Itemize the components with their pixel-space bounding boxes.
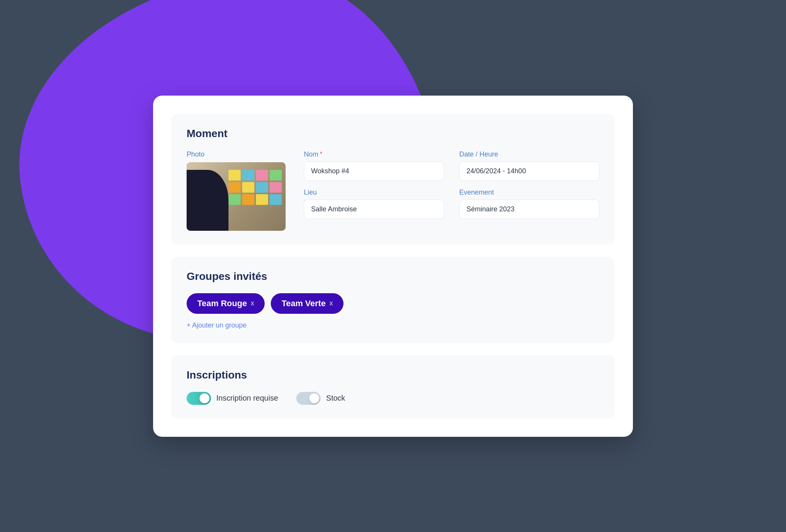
groupes-tags: Team Rouge x Team Verte x	[187, 293, 599, 314]
moment-title: Moment	[187, 128, 599, 140]
group-tag-verte[interactable]: Team Verte x	[271, 293, 343, 314]
inscriptions-title: Inscriptions	[187, 369, 599, 381]
group-tag-verte-remove[interactable]: x	[329, 299, 333, 307]
lieu-label: Lieu	[304, 189, 444, 197]
groupes-title: Groupes invités	[187, 270, 599, 283]
group-tag-rouge-name: Team Rouge	[197, 299, 247, 308]
lieu-field-group: Lieu	[304, 189, 444, 219]
nom-field-group: Nom *	[304, 150, 444, 181]
group-tag-rouge-remove[interactable]: x	[251, 299, 254, 307]
moment-content: Photo	[187, 150, 599, 231]
inscription-requise-label: Inscription requise	[216, 394, 278, 403]
inscriptions-row: Inscription requise Stock	[187, 392, 599, 405]
evenement-label: Evenement	[459, 189, 599, 197]
stock-label: Stock	[326, 394, 345, 403]
nom-label: Nom *	[304, 150, 444, 158]
stock-group: Stock	[296, 392, 345, 405]
add-group-link[interactable]: + Ajouter un groupe	[187, 321, 247, 329]
stock-toggle[interactable]	[296, 392, 321, 405]
moment-section: Moment Photo	[171, 114, 615, 244]
date-input[interactable]	[459, 161, 599, 181]
inscription-requise-toggle[interactable]	[187, 392, 211, 405]
main-card: Moment Photo	[153, 96, 633, 437]
nom-input[interactable]	[304, 161, 444, 181]
groupes-section: Groupes invités Team Rouge x Team Verte …	[171, 257, 615, 343]
date-field-group: Date / Heure	[459, 150, 599, 181]
inscription-requise-group: Inscription requise	[187, 392, 278, 405]
lieu-input[interactable]	[304, 200, 444, 219]
photo-column: Photo	[187, 150, 286, 231]
fields-grid: Nom * Date / Heure Lieu Evenement	[304, 150, 599, 219]
group-tag-rouge[interactable]: Team Rouge x	[187, 293, 265, 314]
evenement-field-group: Evenement	[459, 189, 599, 219]
evenement-input[interactable]	[459, 200, 599, 219]
photo-label: Photo	[187, 150, 286, 158]
date-label: Date / Heure	[459, 150, 599, 158]
required-star: *	[320, 151, 322, 158]
photo-thumbnail[interactable]	[187, 162, 286, 231]
group-tag-verte-name: Team Verte	[281, 299, 326, 308]
inscriptions-section: Inscriptions Inscription requise Stock	[171, 355, 615, 419]
